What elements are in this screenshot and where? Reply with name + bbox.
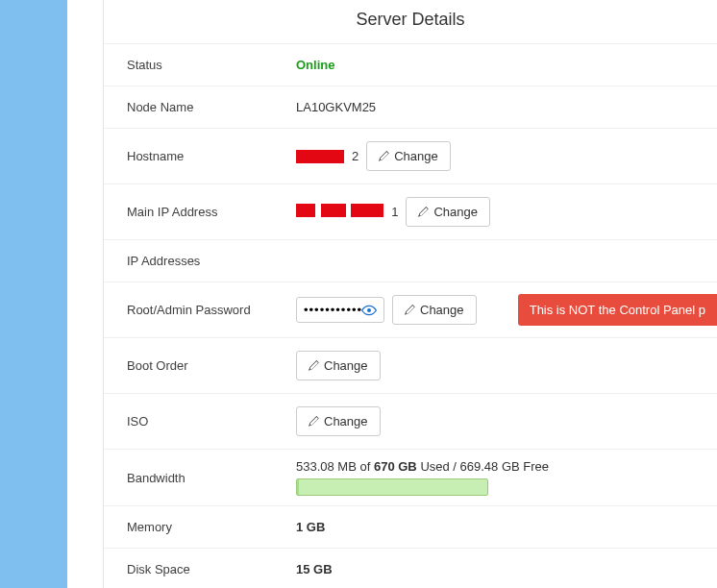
disk-value: 15 GB [296, 562, 333, 576]
label-ip-addresses: IP Addresses [127, 254, 296, 268]
pencil-icon [309, 416, 319, 427]
hostname-redacted [296, 150, 344, 163]
hostname-change-button[interactable]: Change [366, 141, 451, 171]
row-memory: Memory 1 GB [104, 505, 717, 548]
label-node-name: Node Name [127, 100, 296, 114]
bandwidth-bar [296, 478, 488, 496]
pencil-icon [379, 151, 389, 161]
change-label: Change [433, 205, 478, 219]
label-main-ip: Main IP Address [127, 205, 296, 219]
row-root-password: Root/Admin Password Change This is NOT t… [104, 282, 717, 337]
boot-order-change-button[interactable]: Change [296, 351, 381, 380]
password-input[interactable] [304, 303, 361, 317]
row-disk-space: Disk Space 15 GB [104, 548, 717, 588]
row-ip-addresses: IP Addresses [104, 239, 717, 282]
label-bandwidth: Bandwidth [127, 471, 296, 485]
memory-value: 1 GB [296, 520, 325, 534]
server-details-panel: Server Details Status Online Node Name L… [104, 0, 717, 588]
label-root-password: Root/Admin Password [127, 303, 296, 317]
bandwidth-text: 533.08 MB of 670 GB Used / 669.48 GB Fre… [296, 459, 717, 474]
bandwidth-free: 669.48 GB Free [460, 459, 550, 474]
pencil-icon [309, 360, 319, 371]
bandwidth-bar-fill [297, 479, 299, 495]
row-boot-order: Boot Order Change [104, 337, 717, 393]
label-disk-space: Disk Space [127, 562, 296, 576]
pencil-icon [418, 207, 429, 217]
pencil-icon [405, 305, 415, 315]
bandwidth-total: 670 GB [374, 459, 417, 474]
row-bandwidth: Bandwidth 533.08 MB of 670 GB Used / 669… [104, 449, 717, 505]
status-value: Online [296, 58, 334, 72]
password-warning-badge: This is NOT the Control Panel p [518, 294, 717, 326]
row-main-ip: Main IP Address 1 Change [104, 184, 717, 239]
password-field-wrap [296, 297, 384, 323]
hostname-tail: 2 [352, 149, 358, 163]
password-change-button[interactable]: Change [392, 295, 477, 325]
row-hostname: Hostname 2 Change [104, 128, 717, 184]
iso-change-button[interactable]: Change [296, 406, 381, 436]
label-hostname: Hostname [127, 149, 296, 163]
change-label: Change [394, 149, 438, 163]
change-label: Change [420, 303, 464, 317]
change-label: Change [324, 414, 368, 429]
row-iso: ISO Change [104, 393, 717, 449]
page-title: Server Details [104, 0, 717, 43]
label-iso: ISO [127, 414, 296, 429]
eye-icon[interactable] [361, 305, 377, 316]
svg-point-0 [367, 308, 371, 312]
main-ip-redacted [296, 204, 383, 220]
change-label: Change [324, 358, 368, 373]
row-status: Status Online [104, 43, 717, 86]
label-boot-order: Boot Order [127, 358, 296, 373]
label-status: Status [127, 58, 296, 72]
left-sidebar-stripe [0, 0, 67, 588]
main-ip-change-button[interactable]: Change [406, 197, 490, 227]
panel-gap [67, 0, 104, 588]
bandwidth-used: 533.08 MB [296, 459, 357, 474]
main-ip-tail: 1 [391, 205, 398, 219]
node-name-value: LA10GKVM25 [296, 100, 376, 114]
label-memory: Memory [127, 520, 296, 534]
row-node-name: Node Name LA10GKVM25 [104, 86, 717, 128]
